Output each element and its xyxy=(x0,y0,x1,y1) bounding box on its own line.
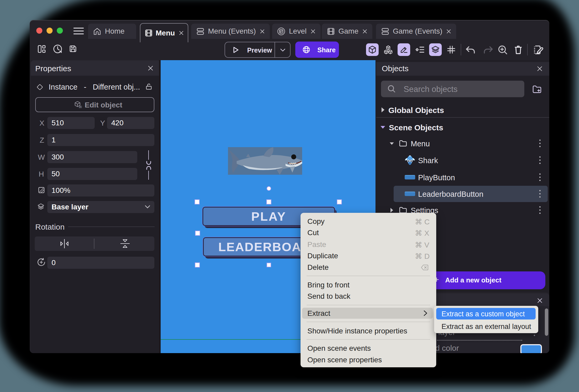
svg-text:2D: 2D xyxy=(79,106,82,109)
